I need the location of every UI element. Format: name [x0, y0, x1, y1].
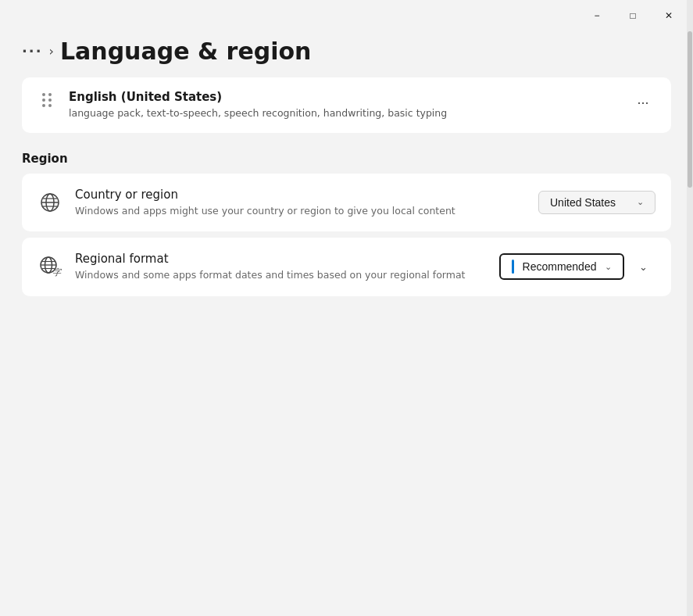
title-bar-controls: − □ ✕ [579, 3, 687, 28]
svg-text:字: 字 [52, 267, 62, 277]
regional-format-desc: Windows and some apps format dates and t… [75, 268, 487, 282]
drag-dots [42, 93, 52, 107]
drag-dot [48, 98, 52, 102]
format-chevron-icon: ⌄ [605, 262, 612, 272]
scrollbar-thumb[interactable] [688, 31, 692, 188]
regional-format-dropdown-button[interactable]: Recommended ⌄ [499, 253, 624, 280]
country-chevron-icon: ⌄ [637, 197, 644, 207]
close-button[interactable]: ✕ [651, 3, 687, 28]
regional-format-action: Recommended ⌄ ⌄ [499, 253, 655, 280]
language-features: language pack, text-to-speech, speech re… [69, 106, 618, 120]
country-region-title: Country or region [75, 188, 526, 202]
country-value: United States [550, 196, 616, 209]
drag-dot [48, 104, 52, 107]
language-name: English (United States) [69, 90, 618, 104]
regional-format-expand-button[interactable]: ⌄ [630, 254, 655, 279]
drag-handle-icon[interactable] [38, 93, 56, 107]
title-bar: − □ ✕ [0, 0, 693, 31]
maximize-button[interactable]: □ [615, 3, 651, 28]
regional-format-title: Regional format [75, 252, 487, 266]
page-title: Language & region [60, 38, 312, 65]
language-card-action: ··· [630, 90, 655, 115]
drag-dot [42, 98, 45, 102]
language-card: English (United States) language pack, t… [22, 77, 671, 133]
language-card-body: English (United States) language pack, t… [69, 90, 618, 120]
regional-format-text: Regional format Windows and some apps fo… [75, 252, 487, 282]
more-options-button[interactable]: ··· [630, 90, 655, 115]
country-region-row: Country or region Windows and apps might… [22, 174, 671, 232]
breadcrumb: ··· › Language & region [0, 31, 693, 77]
country-region-text: Country or region Windows and apps might… [75, 188, 526, 218]
globe-icon [38, 192, 63, 213]
regional-format-row: 字 Regional format Windows and some apps … [22, 238, 671, 296]
expand-chevron-icon: ⌄ [639, 261, 648, 273]
minimize-button[interactable]: − [579, 3, 615, 28]
drag-dot [42, 93, 45, 96]
regional-format-icon: 字 [38, 254, 63, 279]
scrollbar[interactable] [687, 0, 693, 616]
drag-dot [48, 93, 52, 96]
country-dropdown-button[interactable]: United States ⌄ [538, 191, 655, 214]
region-section-label: Region [22, 152, 671, 166]
blue-bar-indicator [512, 260, 514, 274]
regional-format-card: 字 Regional format Windows and some apps … [22, 238, 671, 296]
drag-dot [42, 104, 45, 107]
country-dropdown-action: United States ⌄ [538, 191, 655, 214]
breadcrumb-dots[interactable]: ··· [22, 43, 43, 59]
main-content: English (United States) language pack, t… [0, 77, 693, 616]
regional-format-value: Recommended [523, 260, 597, 273]
window: − □ ✕ ··· › Language & region [0, 0, 693, 616]
country-region-card: Country or region Windows and apps might… [22, 174, 671, 232]
country-region-desc: Windows and apps might use your country … [75, 204, 526, 218]
breadcrumb-chevron: › [49, 44, 54, 59]
